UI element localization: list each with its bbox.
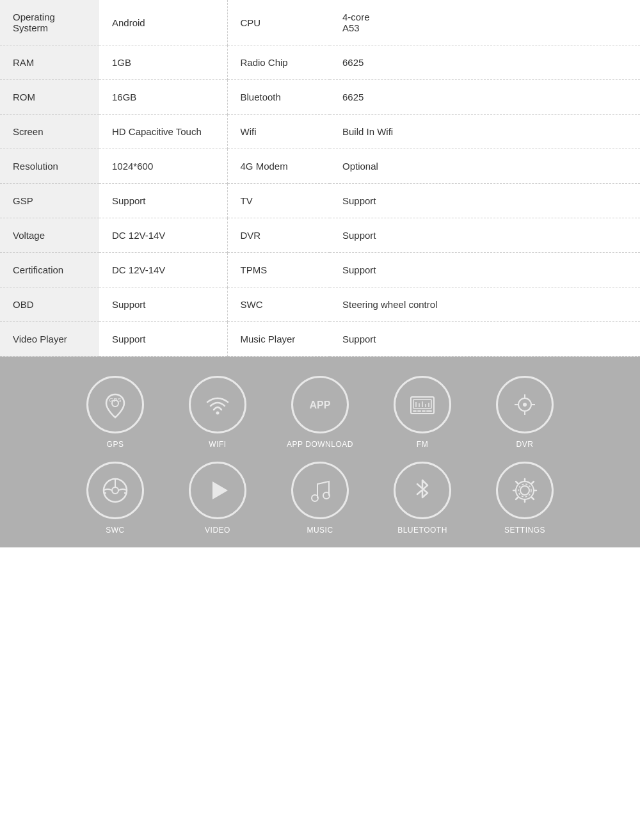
icon-circle-play: [189, 462, 246, 519]
spec-label2-6: DVR: [227, 218, 330, 253]
icons-row-2: SWC VIDEO MUSIC BLUETOOTH SETTINGS: [6, 462, 634, 535]
spec-value-6: DC 12V-14V: [99, 218, 227, 253]
icon-item-bt: BLUETOOTH: [384, 462, 461, 535]
icon-item-gps: GPS GPS: [77, 376, 154, 449]
icon-label-gps: GPS: [107, 440, 124, 449]
icon-item-wifi: WIFI: [179, 376, 256, 449]
svg-text:APP: APP: [310, 400, 331, 410]
spec-value2-6: Support: [330, 218, 640, 253]
spec-value2-5: Support: [330, 184, 640, 218]
spec-label2-5: TV: [227, 184, 330, 218]
spec-label-4: Resolution: [0, 149, 99, 184]
icon-item-swc: SWC: [77, 462, 154, 535]
svg-point-2: [216, 412, 220, 415]
icon-label-bt: BLUETOOTH: [397, 526, 447, 535]
specs-table: Operating SystermAndroidCPU4-coreA53RAM1…: [0, 0, 640, 357]
svg-point-16: [523, 403, 527, 407]
spec-label-3: Screen: [0, 115, 99, 149]
spec-value2-4: Optional: [330, 149, 640, 184]
spec-value-5: Support: [99, 184, 227, 218]
spec-value2-0: 4-coreA53: [330, 0, 640, 45]
icon-item-dvr: DVR: [486, 376, 563, 449]
icon-circle-gps: GPS: [86, 376, 144, 433]
spec-label-2: ROM: [0, 80, 99, 115]
spec-value-7: DC 12V-14V: [99, 253, 227, 287]
icon-label-app: APP DOWNLOAD: [287, 440, 353, 449]
spec-label-7: Certification: [0, 253, 99, 287]
icon-circle-app: APP: [291, 376, 349, 433]
spec-label2-7: TPMS: [227, 253, 330, 287]
icon-label-settings: SETTINGS: [504, 526, 545, 535]
icon-circle-swc: [86, 462, 144, 519]
svg-marker-25: [212, 481, 228, 499]
spec-label2-9: Music Player: [227, 322, 330, 357]
icon-label-swc: SWC: [106, 526, 125, 535]
spec-value-0: Android: [99, 0, 227, 45]
spec-value2-3: Build In Wifi: [330, 115, 640, 149]
spec-label2-8: SWC: [227, 287, 330, 322]
icon-circle-dvr: [496, 376, 554, 433]
icon-item-play: VIDEO: [179, 462, 256, 535]
icon-label-dvr: DVR: [516, 440, 534, 449]
icon-item-fm: FM: [384, 376, 461, 449]
icon-label-fm: FM: [417, 440, 428, 449]
svg-point-22: [112, 487, 118, 494]
spec-value2-8: Steering wheel control: [330, 287, 640, 322]
spec-value-2: 16GB: [99, 80, 227, 115]
spec-value-9: Support: [99, 322, 227, 357]
spec-label-8: OBD: [0, 287, 99, 322]
icon-label-play: VIDEO: [205, 526, 230, 535]
spec-label-1: RAM: [0, 45, 99, 80]
icon-item-app: APP APP DOWNLOAD: [282, 376, 358, 449]
icon-circle-bt: [394, 462, 451, 519]
icons-row-1: GPS GPS WIFI APP APP DOWNLOAD: [6, 376, 634, 449]
icon-label-music: MUSIC: [307, 526, 333, 535]
spec-label-9: Video Player: [0, 322, 99, 357]
icon-circle-music: [291, 462, 349, 519]
spec-value2-9: Support: [330, 322, 640, 357]
spec-value-3: HD Capacitive Touch: [99, 115, 227, 149]
icons-section: GPS GPS WIFI APP APP DOWNLOAD: [0, 357, 640, 547]
spec-label2-1: Radio Chip: [227, 45, 330, 80]
spec-label-0: Operating Systerm: [0, 0, 99, 45]
spec-label-5: GSP: [0, 184, 99, 218]
spec-label2-2: Bluetooth: [227, 80, 330, 115]
icon-item-settings: SETTINGS: [486, 462, 563, 535]
spec-label2-4: 4G Modem: [227, 149, 330, 184]
svg-point-28: [520, 486, 529, 495]
spec-value-8: Support: [99, 287, 227, 322]
icon-label-wifi: WIFI: [209, 440, 226, 449]
spec-value-1: 1GB: [99, 45, 227, 80]
icon-circle-wifi: [189, 376, 246, 433]
spec-value2-1: 6625: [330, 45, 640, 80]
spec-label2-3: Wifi: [227, 115, 330, 149]
spec-label2-0: CPU: [227, 0, 330, 45]
spec-value-4: 1024*600: [99, 149, 227, 184]
icon-circle-settings: [496, 462, 554, 519]
spec-label-6: Voltage: [0, 218, 99, 253]
icon-circle-fm: [394, 376, 451, 433]
spec-value2-2: 6625: [330, 80, 640, 115]
spec-value2-7: Support: [330, 253, 640, 287]
icon-item-music: MUSIC: [282, 462, 358, 535]
